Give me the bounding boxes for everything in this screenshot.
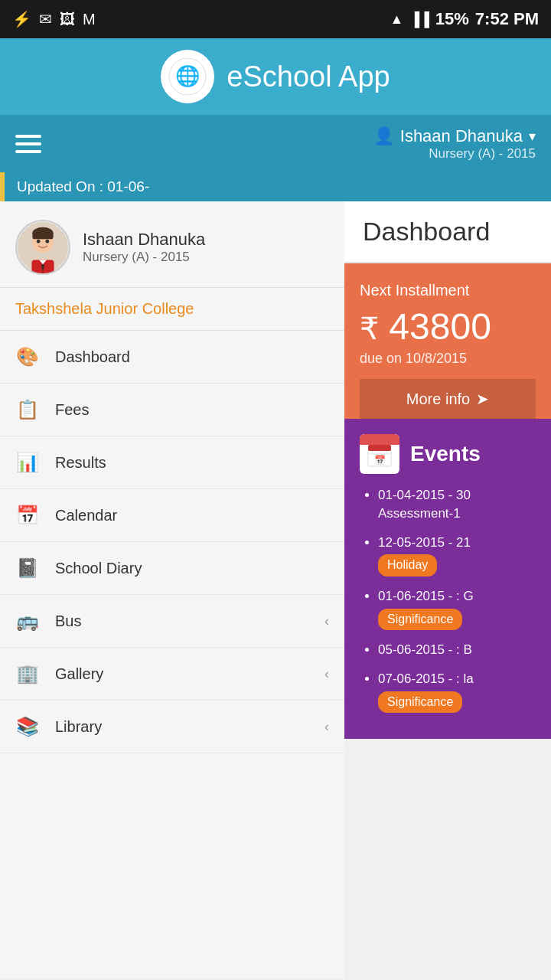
status-icons: ⚡ ✉ 🖼 M (12, 10, 96, 28)
main-container: Ishaan Dhanuka Nursery (A) - 2015 Takshs… (0, 201, 551, 978)
sidebar-item-results[interactable]: 📊 Results (0, 436, 344, 489)
svg-point-7 (45, 240, 49, 243)
gmail-icon: M (83, 11, 96, 28)
svg-point-6 (37, 240, 41, 243)
expand-arrow-icon: ‹ (324, 719, 329, 735)
bus-icon: 🚌 (15, 610, 40, 632)
user-info-section: 👤 Ishaan Dhanuka ▾ Nursery (A) - 2015 (373, 126, 536, 162)
expand-arrow-icon: ‹ (324, 613, 329, 629)
event-date: 12-05-2015 - 21 (378, 535, 471, 550)
more-info-button[interactable]: More info ➤ (360, 379, 536, 419)
profile-class: Nursery (A) - 2015 (83, 250, 205, 265)
results-icon: 📊 (15, 452, 40, 473)
calendar-box-icon: 📅 (360, 434, 399, 474)
sidebar-item-dashboard[interactable]: 🎨 Dashboard (0, 331, 344, 384)
app-logo: 🌐 (161, 50, 214, 103)
school-diary-icon: 📓 (15, 557, 40, 579)
signal-icon: ▐▐ (409, 11, 429, 28)
menu-button[interactable] (15, 135, 41, 153)
updated-text: Updated On : 01-06- (17, 178, 149, 194)
sidebar-item-fees[interactable]: 📋 Fees (0, 384, 344, 436)
event-text: Assessment-1 (378, 506, 461, 521)
app-header: 🌐 eSchool App (0, 38, 551, 115)
school-name: Takshshela Junior College (0, 288, 344, 331)
battery-level: 15% (435, 9, 469, 29)
status-bar: ⚡ ✉ 🖼 M ▲ ▐▐ 15% 7:52 PM (0, 0, 551, 38)
app-title: eSchool App (227, 60, 390, 93)
sidebar-item-library[interactable]: 📚 Library ‹ (0, 701, 344, 753)
event-date: 01-06-2015 - : G (378, 589, 474, 603)
sidebar-item-label-calendar: Calendar (55, 507, 329, 524)
sidebar-item-label-gallery: Gallery (55, 665, 309, 683)
event-date: 01-04-2015 - 30 (378, 488, 471, 502)
status-right: ▲ ▐▐ 15% 7:52 PM (390, 9, 539, 29)
sidebar-item-gallery[interactable]: 🏢 Gallery ‹ (0, 648, 344, 701)
dashboard-title: Dashboard (344, 201, 551, 263)
list-item: 05-06-2015 - : B (378, 641, 536, 659)
fee-due-date: due on 10/8/2015 (360, 351, 536, 367)
fee-amount: ₹ 43800 (360, 305, 536, 348)
profile-section: Ishaan Dhanuka Nursery (A) - 2015 (0, 201, 344, 288)
sidebar-item-label-results: Results (55, 454, 329, 472)
usb-icon: ⚡ (12, 10, 31, 28)
calendar-icon: 📅 (15, 505, 40, 526)
event-badge: Significance (378, 609, 462, 630)
sub-header: 👤 Ishaan Dhanuka ▾ Nursery (A) - 2015 (0, 115, 551, 172)
rupee-icon: ₹ (360, 312, 379, 345)
gallery-icon: 🏢 (15, 663, 40, 684)
sidebar-item-label-school-diary: School Diary (55, 560, 329, 577)
sidebar: Ishaan Dhanuka Nursery (A) - 2015 Takshs… (0, 201, 344, 978)
sidebar-item-label-dashboard: Dashboard (55, 348, 329, 366)
sidebar-item-label-bus: Bus (55, 612, 309, 630)
list-item: 01-04-2015 - 30 Assessment-1 (378, 486, 536, 523)
sidebar-item-label-library: Library (55, 718, 309, 736)
expand-arrow-icon: ‹ (324, 666, 329, 682)
fee-label: Next Installment (360, 282, 536, 299)
fee-card: Next Installment ₹ 43800 due on 10/8/201… (344, 263, 551, 419)
library-icon: 📚 (15, 716, 40, 737)
list-item: 12-05-2015 - 21Holiday (378, 534, 536, 577)
time-display: 7:52 PM (475, 9, 539, 29)
arrow-circle-icon: ➤ (476, 390, 489, 408)
image-icon: 🖼 (60, 11, 75, 28)
svg-text:📅: 📅 (374, 454, 386, 466)
user-avatar-icon: 👤 (373, 126, 394, 146)
event-badge: Significance (378, 691, 462, 713)
fee-value: 43800 (389, 306, 491, 347)
svg-text:🌐: 🌐 (175, 64, 201, 88)
nav-list: 🎨 Dashboard 📋 Fees 📊 Results 📅 Calendar … (0, 331, 344, 753)
events-title: Events (410, 442, 481, 466)
sidebar-item-school-diary[interactable]: 📓 School Diary (0, 542, 344, 595)
sidebar-item-label-fees: Fees (55, 401, 329, 419)
event-badge: Holiday (378, 554, 437, 576)
dropdown-arrow-icon: ▾ (529, 128, 536, 145)
event-list: 01-04-2015 - 30 Assessment-112-05-2015 -… (360, 486, 536, 713)
email-icon: ✉ (39, 10, 52, 28)
dashboard-icon: 🎨 (15, 346, 40, 368)
events-header: 📅 Events (360, 434, 536, 474)
fees-icon: 📋 (15, 399, 40, 420)
svg-rect-14 (368, 445, 391, 451)
user-class: Nursery (A) - 2015 (429, 146, 536, 162)
sidebar-item-bus[interactable]: 🚌 Bus ‹ (0, 595, 344, 648)
events-card: 📅 Events 01-04-2015 - 30 Assessment-112-… (344, 419, 551, 739)
event-date: 05-06-2015 - : B (378, 642, 472, 657)
right-panel: Dashboard Next Installment ₹ 43800 due o… (344, 201, 551, 978)
list-item: 07-06-2015 - : laSignificance (378, 670, 536, 713)
more-info-label: More info (406, 390, 470, 408)
sidebar-item-calendar[interactable]: 📅 Calendar (0, 489, 344, 542)
updated-bar: Updated On : 01-06- (0, 172, 551, 201)
profile-name: Ishaan Dhanuka (83, 230, 205, 250)
avatar (15, 220, 70, 275)
user-name-row[interactable]: 👤 Ishaan Dhanuka ▾ (373, 126, 536, 146)
wifi-icon: ▲ (390, 11, 403, 28)
svg-rect-5 (32, 232, 53, 240)
user-name: Ishaan Dhanuka (400, 126, 523, 146)
list-item: 01-06-2015 - : GSignificance (378, 587, 536, 630)
event-date: 07-06-2015 - : la (378, 671, 474, 686)
profile-details: Ishaan Dhanuka Nursery (A) - 2015 (83, 230, 205, 265)
